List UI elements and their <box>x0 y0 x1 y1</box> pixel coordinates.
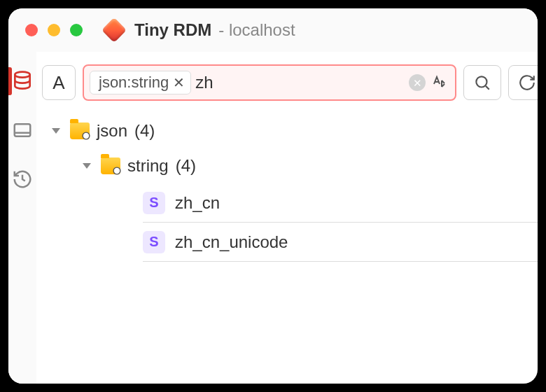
active-indicator <box>8 67 12 95</box>
tree-folder-json[interactable]: json (4) <box>52 113 538 148</box>
main-panel: A json:string ✕ ✕ <box>36 52 538 384</box>
key-tree: json (4) string (4) S zh_cn S zh_cn_unic… <box>42 113 538 262</box>
close-window-button[interactable] <box>25 24 38 36</box>
svg-point-3 <box>477 76 487 87</box>
app-icon <box>102 18 127 43</box>
refresh-button[interactable] <box>508 65 538 100</box>
sidebar <box>8 52 36 384</box>
folder-count: (4) <box>176 156 196 176</box>
folder-label: json <box>97 121 127 141</box>
app-name: Tiny RDM <box>134 20 211 40</box>
folder-count: (4) <box>134 121 155 141</box>
key-name: zh_cn_unicode <box>175 232 288 252</box>
connection-name: - localhost <box>218 20 295 40</box>
search-button[interactable] <box>463 65 501 100</box>
window-title: Tiny RDM - localhost <box>134 20 295 40</box>
maximize-window-button[interactable] <box>70 24 83 36</box>
toolbar: A json:string ✕ ✕ <box>42 64 538 101</box>
app-window: Tiny RDM - localhost <box>8 8 538 384</box>
tree-key-item[interactable]: S zh_cn <box>143 183 538 223</box>
history-icon <box>12 169 33 190</box>
search-box[interactable]: json:string ✕ ✕ <box>83 64 456 101</box>
database-icon <box>11 70 34 92</box>
server-icon <box>12 120 33 141</box>
string-type-badge: S <box>143 192 165 214</box>
match-mode-button[interactable] <box>430 73 449 92</box>
folder-icon <box>70 122 90 139</box>
tree-key-item[interactable]: S zh_cn_unicode <box>143 223 538 262</box>
key-name: zh_cn <box>175 193 220 213</box>
filter-tag-label: json:string <box>99 74 169 92</box>
chevron-down-icon <box>83 163 91 169</box>
string-type-badge: S <box>143 231 165 253</box>
titlebar: Tiny RDM - localhost <box>8 8 538 52</box>
match-mode-icon <box>431 74 448 91</box>
window-body: A json:string ✕ ✕ <box>8 52 538 384</box>
folder-label: string <box>127 156 169 176</box>
minimize-window-button[interactable] <box>48 24 60 36</box>
svg-line-4 <box>486 86 489 90</box>
sidebar-item-database[interactable] <box>8 67 36 95</box>
tree-folder-string[interactable]: string (4) <box>83 148 538 183</box>
case-toggle-button[interactable]: A <box>42 65 76 100</box>
svg-point-0 <box>15 72 29 78</box>
folder-icon <box>101 158 120 174</box>
window-controls <box>25 24 83 36</box>
clear-search-button[interactable]: ✕ <box>409 74 426 91</box>
search-input[interactable] <box>195 73 405 92</box>
filter-tag: json:string ✕ <box>90 71 191 94</box>
refresh-icon <box>518 74 536 92</box>
sidebar-item-history[interactable] <box>8 165 36 193</box>
sidebar-item-server[interactable] <box>8 116 36 144</box>
search-icon <box>473 74 491 92</box>
chevron-down-icon <box>52 128 60 134</box>
filter-tag-close-icon[interactable]: ✕ <box>173 76 185 90</box>
svg-rect-1 <box>15 124 31 136</box>
